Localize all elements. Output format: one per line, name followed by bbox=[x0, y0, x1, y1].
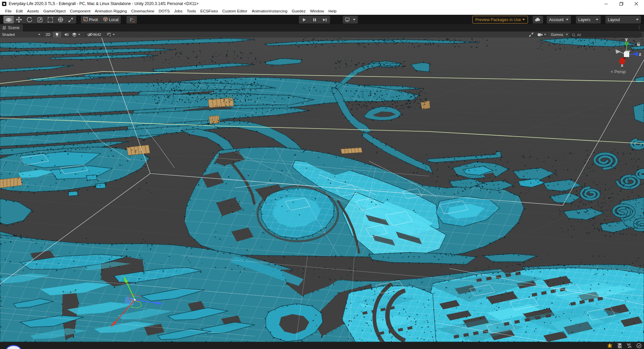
eye-slash-icon bbox=[87, 33, 93, 37]
grid-settings-icon bbox=[107, 32, 111, 37]
layout-dropdown[interactable]: Layout bbox=[605, 16, 641, 23]
menu-item-help[interactable]: Help bbox=[326, 7, 339, 15]
pivot-toggle[interactable]: Pivot bbox=[81, 16, 100, 23]
rotate-tool-icon bbox=[27, 17, 32, 22]
projection-label[interactable]: < Persp bbox=[610, 69, 626, 74]
axis-label-x: x bbox=[621, 63, 624, 68]
close-button[interactable] bbox=[629, 0, 644, 7]
scene-viewport[interactable]: yzx< Persp bbox=[0, 38, 644, 342]
transform-tool-button[interactable] bbox=[55, 16, 66, 23]
layers-dropdown[interactable]: Layers bbox=[576, 16, 601, 23]
scene-3d-render: yzx< Persp bbox=[0, 38, 644, 342]
gizmos-label: Gizmos bbox=[551, 33, 563, 37]
preview-packages-label: Preview Packages in Use bbox=[475, 17, 521, 22]
display-icon bbox=[345, 17, 351, 22]
menu-item-guedez[interactable]: Guedez bbox=[289, 7, 308, 15]
layout-label: Layout bbox=[608, 17, 620, 22]
dock-tab-row: Scene ⋮ bbox=[0, 24, 644, 32]
local-icon bbox=[103, 17, 108, 23]
menu-item-cinemachine[interactable]: Cinemachine bbox=[129, 7, 157, 15]
menu-item-jobs[interactable]: Jobs bbox=[172, 7, 184, 15]
menu-bar: FileEditAssetsGameObjectComponentAnimati… bbox=[0, 7, 644, 15]
lighting-toggle[interactable] bbox=[53, 32, 61, 38]
status-bar bbox=[0, 342, 644, 349]
account-dropdown[interactable]: Account bbox=[547, 16, 571, 23]
scene-camera-settings-dropdown[interactable] bbox=[107, 32, 120, 38]
rotate-tool-button[interactable] bbox=[24, 16, 35, 23]
move-tool-button[interactable] bbox=[14, 16, 24, 23]
maximize-button[interactable] bbox=[614, 0, 629, 7]
menu-item-file[interactable]: File bbox=[3, 7, 14, 15]
grid-snap-button[interactable] bbox=[126, 16, 137, 23]
menu-item-animationinstancing[interactable]: AnimationInstancing bbox=[250, 7, 289, 15]
view-tool-icon bbox=[6, 17, 12, 22]
preview-packages-button[interactable]: Preview Packages in Use bbox=[472, 16, 528, 23]
hidden-object-count: 9642 bbox=[93, 33, 101, 37]
background-tasks-ok-icon[interactable] bbox=[635, 342, 643, 349]
layers-label: Layers bbox=[578, 17, 590, 22]
cache-server-disabled-icon[interactable] bbox=[616, 342, 623, 349]
pivot-icon bbox=[83, 17, 88, 22]
menu-item-edit[interactable]: Edit bbox=[14, 7, 25, 15]
transform-tool-icon bbox=[58, 17, 63, 22]
menu-item-dots[interactable]: DOTS bbox=[157, 7, 172, 15]
menu-item-tools[interactable]: Tools bbox=[184, 7, 198, 15]
light-bulb-icon bbox=[55, 33, 59, 37]
unity-editor-window: ◆ Everyday-Life 2020.3 TLS - Edengrall -… bbox=[0, 0, 644, 349]
scene-camera-dropdown[interactable] bbox=[537, 32, 549, 38]
menu-item-window[interactable]: Window bbox=[308, 7, 326, 15]
menu-item-gameobject[interactable]: GameObject bbox=[41, 7, 68, 15]
minimize-button[interactable] bbox=[599, 0, 614, 7]
menu-item-assets[interactable]: Assets bbox=[25, 7, 41, 15]
axis-label-y: y bbox=[625, 38, 628, 42]
step-button[interactable] bbox=[320, 16, 330, 23]
cloud-icon bbox=[535, 18, 541, 22]
local-toggle[interactable]: Local bbox=[100, 16, 121, 23]
game-view-aspect-button[interactable] bbox=[343, 16, 358, 23]
cloud-button[interactable] bbox=[533, 16, 543, 23]
2d-toggle[interactable]: 2D bbox=[44, 32, 52, 38]
scale-tool-button[interactable] bbox=[35, 16, 45, 23]
pivot-label: Pivot bbox=[89, 17, 98, 22]
main-toolbar: Pivot Local bbox=[0, 15, 644, 24]
scene-visibility-toggle[interactable]: 9642 bbox=[87, 32, 105, 38]
menu-item-ecsfixes[interactable]: ECSFixes bbox=[198, 7, 220, 15]
effects-dropdown[interactable] bbox=[72, 32, 85, 38]
custom-tool-button[interactable] bbox=[66, 16, 76, 23]
auto-refresh-disabled-icon[interactable] bbox=[626, 342, 633, 349]
custom-tool-icon bbox=[68, 17, 74, 22]
2d-label: 2D bbox=[46, 33, 50, 37]
pause-button[interactable] bbox=[309, 16, 320, 23]
grid-snap-icon bbox=[129, 17, 135, 22]
local-label: Local bbox=[109, 17, 119, 22]
window-title: Everyday-Life 2020.3 TLS - Edengrall - P… bbox=[9, 1, 199, 6]
view-tool-button[interactable] bbox=[3, 16, 14, 23]
tab-options-icon[interactable]: ⋮ bbox=[637, 25, 641, 30]
shading-mode-label: Shaded bbox=[2, 33, 15, 37]
axis-label-z: z bbox=[639, 52, 641, 57]
play-button[interactable] bbox=[299, 16, 309, 23]
speaker-icon bbox=[64, 33, 69, 37]
scene-tools-icon[interactable] bbox=[527, 32, 535, 38]
debug-mode-icon[interactable] bbox=[606, 342, 613, 349]
menu-item-custom-editor[interactable]: Custom Editor bbox=[220, 7, 250, 15]
menu-item-animation-rigging[interactable]: Animation Rigging bbox=[93, 7, 129, 15]
account-label: Account bbox=[549, 17, 564, 22]
scene-tab-icon bbox=[2, 26, 6, 30]
unity-app-icon: ◆ bbox=[2, 2, 6, 6]
audio-toggle[interactable] bbox=[62, 32, 70, 38]
effects-icon bbox=[72, 33, 77, 37]
shading-mode-dropdown[interactable]: Shaded bbox=[2, 32, 41, 38]
progress-spinner bbox=[6, 345, 21, 349]
move-tool-icon bbox=[16, 17, 22, 22]
menu-item-component[interactable]: Component bbox=[68, 7, 93, 15]
scene-search-input[interactable]: All bbox=[570, 32, 642, 38]
rect-tool-icon bbox=[48, 17, 53, 22]
search-icon bbox=[572, 33, 576, 37]
scene-tab[interactable]: Scene bbox=[0, 24, 23, 32]
camera-icon bbox=[537, 33, 543, 37]
scale-tool-icon bbox=[37, 17, 43, 22]
rect-tool-button[interactable] bbox=[45, 16, 55, 23]
gizmos-dropdown[interactable]: Gizmos bbox=[551, 32, 572, 38]
search-value: All bbox=[577, 33, 581, 37]
